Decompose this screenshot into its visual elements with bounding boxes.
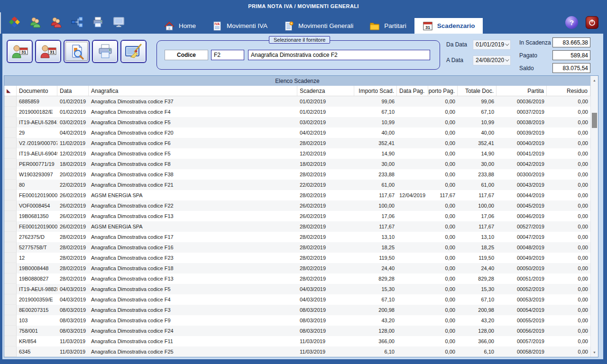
table-row[interactable]: IT19-AEUI-52841403/02/2019Anagrafica Dim… bbox=[4, 117, 590, 127]
table-row[interactable]: IT19-AEUI-69049212/02/2019Anagrafica Dim… bbox=[4, 148, 590, 159]
row-selector-cell[interactable] bbox=[4, 326, 17, 336]
row-selector-cell[interactable] bbox=[4, 294, 17, 305]
col-partita[interactable]: Partita bbox=[497, 86, 547, 96]
anteprima-button[interactable] bbox=[64, 40, 89, 63]
col-importo-scad[interactable]: Importo Scad. bbox=[354, 86, 397, 96]
cell-partita: 00046/2019 bbox=[497, 211, 547, 221]
exit-button[interactable] bbox=[586, 16, 598, 29]
cell-scadenza: 28/02/2019 bbox=[297, 138, 354, 148]
row-selector-cell[interactable] bbox=[4, 180, 17, 190]
table-row[interactable]: VOF000845426/02/2019Anagrafica Dimostrat… bbox=[4, 200, 590, 211]
cell-anagrafica: Anagrafica Dimostrativa codice F11 bbox=[89, 336, 297, 346]
row-selector-cell[interactable] bbox=[4, 200, 17, 211]
table-row[interactable]: 2019000182/E01/02/2019Anagrafica Dimostr… bbox=[4, 107, 590, 117]
scroll-up-icon[interactable]: ▲ bbox=[591, 76, 598, 84]
cell-scadenza: 01/02/2019 bbox=[297, 107, 354, 117]
table-row[interactable]: W190329309720/02/2019Anagrafica Dimostra… bbox=[4, 169, 590, 180]
table-row[interactable]: 19B088082728/02/2019Anagrafica Dimostrat… bbox=[4, 273, 590, 284]
stampa-button[interactable] bbox=[92, 40, 118, 63]
row-selector-cell[interactable] bbox=[4, 284, 17, 294]
col-importo-pag[interactable]: Importo Pag. bbox=[428, 86, 458, 96]
printer-icon[interactable] bbox=[92, 16, 104, 28]
row-selector-cell[interactable] bbox=[4, 211, 17, 221]
table-row[interactable]: 10308/03/2019Anagrafica Dimostrativa cod… bbox=[4, 315, 590, 326]
tab-movimenti-iva[interactable]: IVA Movimenti IVA bbox=[204, 18, 276, 34]
tab-scadenzario[interactable]: 31 Scadenzario bbox=[414, 18, 483, 34]
table-row[interactable]: FE000120190000...26/02/2019AGSM ENERGIA … bbox=[4, 221, 590, 232]
table-row[interactable]: 688585901/02/2019Anagrafica Dimostrativa… bbox=[4, 96, 590, 107]
table-column-headers: ◣ Documento Data Anagrafica Scadenza Imp… bbox=[4, 86, 590, 96]
table-row[interactable]: FE000120190000...26/02/2019AGSM ENERGIA … bbox=[4, 190, 590, 200]
row-selector-cell[interactable] bbox=[4, 127, 17, 138]
tab-movimenti-generali[interactable]: Movimenti Generali bbox=[276, 18, 361, 34]
table-row[interactable]: 19B068135026/02/2019Anagrafica Dimostrat… bbox=[4, 211, 590, 221]
table-row[interactable]: 2904/02/2019Anagrafica Dimostrativa codi… bbox=[4, 127, 590, 138]
a-data-picker[interactable]: 24/08/2020 bbox=[473, 55, 511, 65]
users-red-icon[interactable] bbox=[50, 16, 62, 28]
cell-importo-pag: 0,00 bbox=[428, 159, 458, 169]
row-selector-cell[interactable] bbox=[4, 169, 17, 180]
scadenzario-fornitori-button[interactable]: 31 bbox=[36, 40, 61, 63]
network-icon[interactable] bbox=[71, 16, 83, 28]
row-selector-cell[interactable] bbox=[4, 221, 17, 232]
da-data-picker[interactable]: 01/01/2019 bbox=[473, 40, 511, 50]
row-selector-cell[interactable] bbox=[4, 305, 17, 315]
col-scadenza[interactable]: Scadenza bbox=[297, 86, 354, 96]
tab-partitari[interactable]: Partitari bbox=[361, 18, 414, 34]
table-row[interactable]: PER000771/1918/02/2019Anagrafica Dimostr… bbox=[4, 159, 590, 169]
col-residuo[interactable]: Residuo bbox=[547, 86, 590, 96]
table-row[interactable]: 634511/03/2019Anagrafica Dimostrativa co… bbox=[4, 346, 590, 357]
table-row[interactable]: 1228/02/2019Anagrafica Dimostrativa codi… bbox=[4, 253, 590, 263]
col-documento[interactable]: Documento bbox=[17, 86, 57, 96]
cell-data: 28/02/2019 bbox=[57, 232, 89, 242]
row-selector-cell[interactable] bbox=[4, 148, 17, 159]
row-selector-cell[interactable] bbox=[4, 336, 17, 346]
col-data[interactable]: Data bbox=[57, 86, 89, 96]
table-row[interactable]: IT19-AEUI-98828904/03/2019Anagrafica Dim… bbox=[4, 284, 590, 294]
codice-button[interactable]: Codice bbox=[165, 50, 208, 60]
row-selector-cell[interactable] bbox=[4, 190, 17, 200]
vertical-scrollbar[interactable]: ▲ ▼ bbox=[590, 76, 598, 357]
cell-anagrafica: Anagrafica Dimostrativa codice F22 bbox=[89, 200, 297, 211]
row-selector-cell[interactable] bbox=[4, 263, 17, 273]
col-anagrafica[interactable]: Anagrafica bbox=[89, 86, 297, 96]
table-row[interactable]: 2762375/D28/02/2019Anagrafica Dimostrati… bbox=[4, 232, 590, 242]
app-cube-icon[interactable] bbox=[9, 16, 20, 28]
row-selector-cell[interactable] bbox=[4, 253, 17, 263]
pulisci-button[interactable] bbox=[121, 40, 146, 63]
table-row[interactable]: V2 /2019/000707...11/02/2019Anagrafica D… bbox=[4, 138, 590, 148]
cell-data: 01/02/2019 bbox=[57, 96, 89, 107]
tab-home[interactable]: Home bbox=[156, 18, 204, 34]
row-selector-cell[interactable] bbox=[4, 273, 17, 284]
cell-data-pag bbox=[397, 96, 428, 107]
table-row[interactable]: 8E0020731508/03/2019Anagrafica Dimostrat… bbox=[4, 305, 590, 315]
row-selector-cell[interactable] bbox=[4, 138, 17, 148]
table-row[interactable]: KR/85411/03/2019Anagrafica Dimostrativa … bbox=[4, 336, 590, 346]
table-row[interactable]: 8022/02/2019Anagrafica Dimostrativa codi… bbox=[4, 180, 590, 190]
scrollbar-thumb[interactable] bbox=[592, 113, 597, 128]
anagrafica-input[interactable]: Anagrafica Dimostrativa codice F2 bbox=[248, 50, 430, 60]
row-selector-cell[interactable] bbox=[4, 107, 17, 117]
cell-importo-pag: 0,00 bbox=[428, 138, 458, 148]
row-selector-cell[interactable] bbox=[4, 159, 17, 169]
row-selector-cell[interactable] bbox=[4, 117, 17, 127]
help-button[interactable]: ? bbox=[565, 16, 578, 29]
table-row[interactable]: 52775758/T28/02/2019Anagrafica Dimostrat… bbox=[4, 242, 590, 253]
row-selector-cell[interactable] bbox=[4, 96, 17, 107]
col-data-pag[interactable]: Data Pag. bbox=[397, 86, 428, 96]
row-selector-cell[interactable] bbox=[4, 315, 17, 326]
col-totale-doc[interactable]: Totale Doc. bbox=[458, 86, 497, 96]
table-row[interactable]: 2019000359/E04/03/2019Anagrafica Dimostr… bbox=[4, 294, 590, 305]
monitor-icon[interactable] bbox=[113, 16, 125, 28]
row-selector-cell[interactable] bbox=[4, 346, 17, 357]
cell-importo-scad: 366,00 bbox=[354, 336, 397, 346]
users-green-icon[interactable] bbox=[29, 16, 41, 28]
sort-indicator-cell[interactable]: ◣ bbox=[4, 86, 17, 96]
scroll-down-icon[interactable]: ▼ bbox=[591, 348, 598, 356]
table-row[interactable]: 758/00108/03/2019Anagrafica Dimostrativa… bbox=[4, 326, 590, 336]
table-row[interactable]: 19B000844828/02/2019Anagrafica Dimostrat… bbox=[4, 263, 590, 273]
row-selector-cell[interactable] bbox=[4, 242, 17, 253]
scadenzario-clienti-button[interactable]: 31 bbox=[7, 40, 32, 63]
codice-input[interactable]: F2 bbox=[211, 50, 244, 60]
row-selector-cell[interactable] bbox=[4, 232, 17, 242]
